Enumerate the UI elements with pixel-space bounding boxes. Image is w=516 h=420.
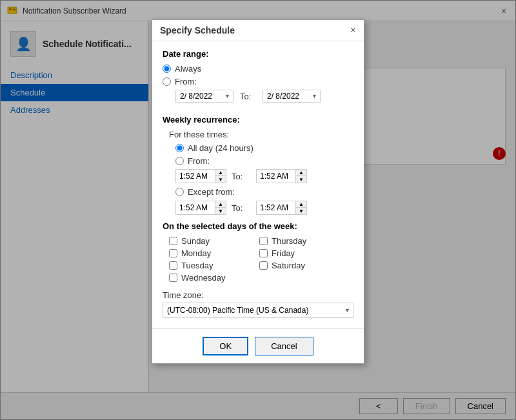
day-item-tuesday: Tuesday (169, 261, 259, 270)
time-from-up[interactable]: ▲ (215, 170, 226, 176)
date-range-label: Date range: (163, 49, 353, 59)
time-to-input[interactable] (257, 170, 295, 182)
day-item-monday: Monday (169, 248, 259, 258)
from-radio[interactable] (163, 77, 171, 86)
days-grid: Sunday Thursday Monday Friday (169, 236, 353, 270)
time-to-input-wrapper: ▲ ▼ (256, 169, 307, 183)
to-date-select[interactable]: 2/ 8/2022 (263, 90, 321, 103)
time-to-down[interactable]: ▼ (296, 176, 306, 183)
except-to-up[interactable]: ▲ (296, 201, 306, 208)
always-label: Always (175, 64, 201, 74)
time-from-row: ▲ ▼ To: ▲ ▼ (175, 169, 353, 183)
except-radio[interactable] (175, 188, 184, 196)
day-item-sunday: Sunday (169, 236, 259, 246)
except-to-input[interactable] (257, 202, 295, 214)
except-time-row: ▲ ▼ To: ▲ ▼ (175, 201, 353, 215)
saturday-checkbox[interactable] (259, 261, 268, 270)
except-to-label: To: (232, 203, 251, 213)
saturday-label: Saturday (272, 261, 305, 270)
time-from-input-wrapper: ▲ ▼ (175, 169, 226, 183)
date-range-inputs: 2/ 8/2022 To: 2/ 8/2022 (175, 90, 353, 103)
monday-label: Monday (181, 248, 211, 258)
day-item-saturday: Saturday (259, 261, 350, 270)
except-from-input[interactable] (176, 202, 215, 214)
except-radio-row: Except from: (175, 187, 353, 197)
friday-checkbox[interactable] (259, 249, 268, 257)
ok-button[interactable]: OK (203, 337, 248, 355)
thursday-label: Thursday (272, 236, 306, 246)
modal-overlay: Specify Schedule × Date range: Always Fr… (0, 0, 516, 420)
except-label: Except from: (188, 187, 235, 197)
all-day-radio[interactable] (175, 144, 184, 152)
thursday-checkbox[interactable] (259, 237, 268, 245)
modal-title: Specify Schedule (160, 25, 235, 35)
weekly-recurrence-label: Weekly recurrence: (163, 115, 353, 125)
tuesday-label: Tuesday (181, 261, 213, 270)
time-from-radio[interactable] (175, 157, 184, 165)
modal-footer: OK Cancel (152, 328, 364, 363)
always-radio[interactable] (163, 65, 171, 73)
except-from-up[interactable]: ▲ (215, 201, 226, 208)
time-from-label: From: (188, 156, 210, 166)
always-radio-row: Always (163, 64, 353, 74)
modal-title-bar: Specify Schedule × (152, 20, 364, 41)
from-label: From: (175, 77, 197, 86)
wednesday-label: Wednesday (181, 273, 225, 283)
time-to-label1: To: (232, 172, 251, 181)
time-from-down[interactable]: ▼ (215, 176, 226, 183)
friday-label: Friday (272, 248, 295, 258)
sunday-label: Sunday (181, 236, 210, 246)
from-date-select[interactable]: 2/ 8/2022 (175, 90, 233, 103)
from-radio-row: From: (163, 77, 353, 86)
sunday-checkbox[interactable] (169, 237, 177, 245)
tuesday-checkbox[interactable] (169, 261, 177, 270)
all-day-radio-row: All day (24 hours) (175, 143, 353, 153)
days-section: On the selected days of the week: Sunday… (163, 221, 353, 283)
time-to-spinner: ▲ ▼ (295, 170, 306, 183)
timezone-section: Time zone: (UTC-08:00) Pacific Time (US … (163, 290, 353, 318)
time-from-input[interactable] (176, 170, 215, 182)
except-to-spinner: ▲ ▼ (295, 201, 306, 214)
timezone-dropdown-wrapper: (UTC-08:00) Pacific Time (US & Canada) (163, 303, 353, 318)
day-item-thursday: Thursday (259, 236, 350, 246)
modal-cancel-button[interactable]: Cancel (255, 337, 313, 355)
time-from-radio-row: From: (175, 156, 353, 166)
wednesday-checkbox[interactable] (169, 274, 177, 282)
except-from-spinner: ▲ ▼ (215, 201, 226, 214)
day-item-friday: Friday (259, 248, 350, 258)
except-to-wrapper: ▲ ▼ (256, 201, 307, 215)
to-date-label: To: (240, 92, 256, 101)
modal-close-button[interactable]: × (350, 25, 356, 35)
except-from-down[interactable]: ▼ (215, 208, 226, 214)
time-from-spinner: ▲ ▼ (215, 170, 226, 183)
timezone-select[interactable]: (UTC-08:00) Pacific Time (US & Canada) (163, 303, 353, 318)
except-from-wrapper: ▲ ▼ (175, 201, 226, 215)
specify-schedule-dialog: Specify Schedule × Date range: Always Fr… (152, 19, 364, 364)
time-to-up[interactable]: ▲ (296, 170, 306, 176)
wednesday-row: Wednesday (169, 273, 353, 283)
from-date-wrapper: 2/ 8/2022 (175, 90, 233, 103)
modal-body: Date range: Always From: 2/ 8/2022 To: (152, 41, 364, 328)
to-date-wrapper: 2/ 8/2022 (263, 90, 321, 103)
monday-checkbox[interactable] (169, 249, 177, 257)
days-label: On the selected days of the week: (163, 221, 353, 231)
all-day-label: All day (24 hours) (188, 143, 253, 153)
for-times-label: For these times: (169, 130, 353, 139)
except-to-down[interactable]: ▼ (296, 208, 306, 214)
timezone-label: Time zone: (163, 290, 353, 300)
